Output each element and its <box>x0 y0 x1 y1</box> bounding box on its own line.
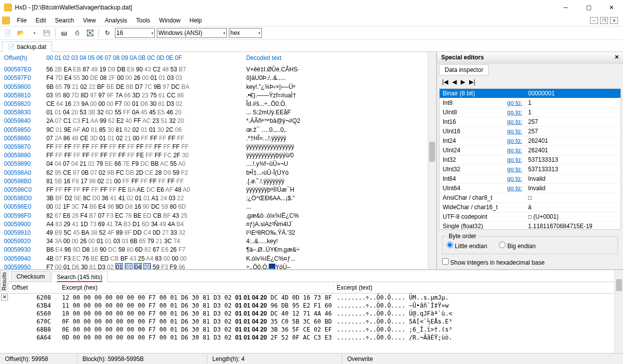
file-tab[interactable]: 📄 backup.dat <box>2 41 52 52</box>
results-grid[interactable]: Offset Excerpt (hex) Excerpt (text) 6208… <box>9 282 615 353</box>
inspector-row[interactable]: UInt32go to:537133313 <box>440 165 621 174</box>
maximize-button[interactable]: ▢ <box>577 0 600 15</box>
search-results-tab[interactable]: Search (145 hits) <box>51 272 108 282</box>
result-row[interactable]: 68B80E 00 00 00 00 00 00 00 F7 00 01 D6 … <box>9 326 615 334</box>
close-button[interactable]: ✕ <box>600 0 623 15</box>
file-tab-label: backup.dat <box>17 43 46 50</box>
inspector-row[interactable]: Int16go to:257 <box>440 117 621 127</box>
save-button[interactable]: 💾 <box>41 27 52 38</box>
inspector-row[interactable]: Binair (8 bit)00000001 <box>440 89 621 98</box>
inspector-row[interactable]: Int32go to:537133313 <box>440 155 621 165</box>
nav-first-icon[interactable]: |◀ <box>442 78 448 85</box>
byteorder-group: Byte order <box>447 233 478 240</box>
checksum-tab[interactable]: Checksum <box>11 271 50 282</box>
inspector-row[interactable]: Single (float32)1.11811670684715E-19 <box>440 222 621 230</box>
status-offset: Offset(h): 59958 <box>0 355 77 364</box>
result-row[interactable]: 670C0F 00 00 00 00 00 00 00 F7 00 01 D6 … <box>9 318 615 326</box>
new-file-button[interactable]: 📄 <box>2 27 13 38</box>
inspector-row[interactable]: WideChar / char16_tā <box>440 203 621 212</box>
col-offset[interactable]: Offset <box>9 282 59 293</box>
result-row[interactable]: 620812 00 00 00 00 00 00 00 F7 00 01 D6 … <box>9 294 615 302</box>
app-icon <box>4 3 12 11</box>
menu-analysis[interactable]: Analysis <box>101 16 131 25</box>
charset-select[interactable]: Windows (ANSI)▾ <box>157 28 227 38</box>
data-inspector-tab[interactable]: Data inspector <box>439 64 489 75</box>
menu-search[interactable]: Search <box>51 16 78 25</box>
inspector-row[interactable]: Int64go to:Invalid <box>440 174 621 184</box>
disk2-button[interactable]: 💽 <box>84 27 95 38</box>
inspector-list[interactable]: Binair (8 bit)00000001Int8go to:1UInt8go… <box>439 88 621 230</box>
menu-window[interactable]: Window <box>155 16 185 25</box>
inspector-row[interactable]: UInt8go to:1 <box>440 108 621 117</box>
open-dropdown[interactable]: ▾ <box>28 27 39 38</box>
side-close-button[interactable]: ✕ <box>615 54 619 61</box>
menu-tools[interactable]: Tools <box>132 16 154 25</box>
status-length: Length(h): 4 <box>207 355 342 364</box>
window-title: HxD - [D:\BitcoinWalletSalvager\backup.d… <box>15 4 132 11</box>
hex-base-checkbox[interactable]: Show integers in hexadecimal base <box>442 258 545 266</box>
inspector-row[interactable]: Int24go to:262401 <box>440 136 621 146</box>
nav-next-icon[interactable]: ▶ <box>461 78 465 85</box>
mdi-restore[interactable]: ❐ <box>600 17 608 24</box>
ram-button[interactable]: ⎙ <box>71 27 82 38</box>
viewmode-select[interactable]: hex▾ <box>229 28 262 38</box>
result-row[interactable]: 6A640D 00 00 00 00 00 00 00 F7 00 01 D6 … <box>9 334 615 342</box>
status-mode: Overwrite <box>342 355 623 364</box>
mdi-minimize[interactable]: ─ <box>590 17 598 24</box>
result-row[interactable]: 656010 00 00 00 00 00 00 00 F7 00 01 D6 … <box>9 310 615 318</box>
inspector-row[interactable]: Int8go to:1 <box>440 98 621 108</box>
hex-scrollbar[interactable] <box>428 52 436 269</box>
inspector-row[interactable]: UInt24go to:262401 <box>440 146 621 155</box>
menu-help[interactable]: Help <box>185 16 206 25</box>
inspector-row[interactable]: UInt64go to:Invalid <box>440 184 621 193</box>
disk-button[interactable]: 🖴 <box>58 27 69 38</box>
big-endian-radio[interactable]: Big endian <box>499 242 536 250</box>
minimize-button[interactable]: ─ <box>554 0 577 15</box>
little-endian-radio[interactable]: Little endian <box>447 242 487 250</box>
results-scrollbar[interactable] <box>615 270 623 353</box>
inspector-row[interactable]: AnsiChar / char8_t□ <box>440 193 621 203</box>
open-file-button[interactable]: 📂 <box>15 27 26 38</box>
hex-editor[interactable]: Offset(h) 00 01 02 03 04 05 06 07 08 09 … <box>0 52 428 269</box>
nav-last-icon[interactable]: ▶| <box>469 78 475 85</box>
mdi-close[interactable]: ✕ <box>610 17 618 24</box>
menu-file[interactable]: File <box>13 16 30 25</box>
status-block: Block(h): 59958-5995B <box>77 355 207 364</box>
app-icon-small <box>2 16 10 24</box>
col-excerpt-hex[interactable]: Excerpt (hex) <box>59 282 334 293</box>
inspector-row[interactable]: UTF-8 codepoint□ (U+0001) <box>440 212 621 222</box>
nav-prev-icon[interactable]: ◀ <box>452 78 457 85</box>
results-side-tab[interactable]: Results <box>0 270 9 293</box>
inspector-row[interactable]: UInt16go to:257 <box>440 127 621 136</box>
results-close-button[interactable]: ✕ <box>1 294 8 301</box>
result-row[interactable]: 63B411 00 00 00 00 00 00 00 F7 00 01 D6 … <box>9 302 615 310</box>
bytes-per-row-select[interactable]: 16▾ <box>115 28 155 38</box>
menu-view[interactable]: View <box>79 16 100 25</box>
side-panel-title: Special editors <box>441 54 484 61</box>
col-excerpt-text[interactable]: Excerpt (text) <box>334 282 615 293</box>
menu-edit[interactable]: Edit <box>31 16 50 25</box>
file-icon: 📄 <box>7 43 15 50</box>
refresh-button[interactable]: ↻ <box>102 27 113 38</box>
